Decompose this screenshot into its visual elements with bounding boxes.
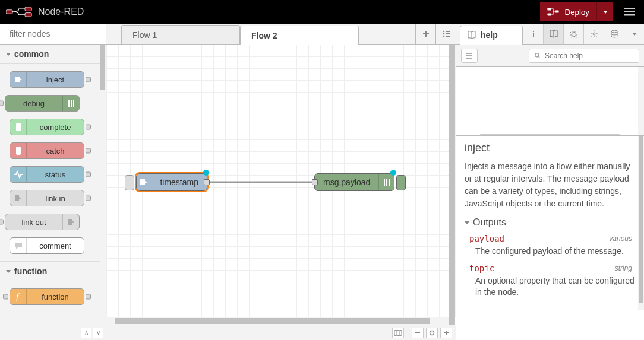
- flow-canvas[interactable]: timestamp msg.payload: [106, 45, 449, 317]
- palette-node-function[interactable]: f function: [10, 288, 84, 305]
- palette-node-link-in[interactable]: link in: [10, 190, 84, 206]
- help-search-input[interactable]: [545, 52, 634, 60]
- svg-rect-18: [446, 31, 450, 32]
- palette-expand-button[interactable]: ∨: [93, 328, 103, 338]
- database-icon: [610, 30, 618, 38]
- palette-node-status[interactable]: status: [10, 166, 84, 183]
- inject-trigger-button[interactable]: [125, 175, 134, 190]
- circle-icon: [429, 330, 435, 336]
- palette-node-label: comment: [27, 242, 84, 250]
- svg-point-17: [443, 31, 444, 33]
- node-port: [86, 172, 91, 177]
- flow-node-label: timestamp: [151, 177, 207, 187]
- help-toc-button[interactable]: [461, 49, 478, 63]
- palette-node-inject[interactable]: inject: [10, 71, 84, 88]
- tab-label: Flow 2: [251, 31, 277, 40]
- sidebar-tab-help[interactable]: help: [460, 26, 523, 45]
- help-content-scrollbar[interactable]: [638, 136, 644, 310]
- chevron-down-icon: [603, 11, 608, 14]
- svg-rect-15: [16, 147, 21, 155]
- svg-rect-12: [71, 100, 72, 107]
- tab-flow-2[interactable]: Flow 2: [240, 26, 359, 45]
- app-title: Node-RED: [38, 7, 84, 17]
- help-tree-scrollbar[interactable]: [638, 67, 644, 135]
- tab-flow-1[interactable]: Flow 1: [121, 25, 240, 44]
- palette-scrollbar[interactable]: [100, 45, 106, 325]
- canvas-container: timestamp msg.payload: [106, 45, 456, 325]
- add-tab-button[interactable]: [415, 24, 435, 44]
- chevron-down-icon: [6, 270, 11, 273]
- deploy-dropdown[interactable]: [596, 2, 613, 21]
- svg-point-31: [611, 30, 617, 33]
- chevron-down-icon: [632, 33, 637, 36]
- svg-rect-0: [6, 10, 12, 14]
- catch-icon: [10, 143, 27, 158]
- zoom-out-button[interactable]: [412, 328, 424, 338]
- list-icon: [442, 30, 450, 38]
- sidebar-btn-config[interactable]: [583, 24, 604, 44]
- palette-node-debug[interactable]: debug: [5, 95, 80, 112]
- palette-search[interactable]: [0, 24, 106, 45]
- flow-node-label: msg.payload: [315, 177, 378, 187]
- palette-category-common[interactable]: common: [0, 45, 100, 64]
- zoom-in-button[interactable]: [440, 328, 452, 338]
- sidebar-btn-debug[interactable]: [563, 24, 583, 44]
- palette-collapse-button[interactable]: ∧: [81, 328, 91, 338]
- svg-point-30: [593, 33, 595, 35]
- node-input-port[interactable]: [312, 179, 318, 185]
- node-port: [0, 101, 4, 106]
- palette-search-input[interactable]: [10, 29, 113, 39]
- flow-node-timestamp[interactable]: timestamp: [136, 173, 207, 191]
- navigator-button[interactable]: [392, 328, 404, 338]
- help-output-name: payloadvarious: [469, 234, 636, 243]
- help-search[interactable]: [529, 49, 639, 63]
- sidebar-btn-help[interactable]: [543, 24, 563, 44]
- zoom-reset-button[interactable]: [426, 328, 438, 338]
- help-output-desc: An optional property that can be configu…: [469, 273, 636, 304]
- palette-node-label: inject: [27, 75, 84, 84]
- palette-node-label: function: [27, 293, 84, 301]
- canvas-hscroll[interactable]: [106, 317, 449, 325]
- svg-rect-28: [533, 33, 534, 37]
- sidebar-btn-info[interactable]: [523, 24, 543, 44]
- plus-icon: [443, 330, 449, 336]
- palette-node-label: debug: [5, 99, 62, 108]
- svg-rect-14: [16, 123, 21, 131]
- sidebar-panel: help inj: [456, 24, 644, 340]
- complete-icon: [10, 119, 27, 135]
- node-output-port[interactable]: [204, 179, 210, 185]
- book-icon: [468, 31, 476, 39]
- palette-category-function[interactable]: function: [0, 261, 100, 281]
- debug-toggle-button[interactable]: [396, 175, 406, 190]
- workspace-tabs: Flow 1 Flow 2: [106, 24, 456, 45]
- canvas-vscroll[interactable]: [449, 45, 456, 317]
- palette-node-link-out[interactable]: link out: [5, 214, 80, 230]
- deploy-button[interactable]: Deploy: [540, 2, 597, 21]
- help-outputs-heading[interactable]: Outputs: [465, 217, 636, 228]
- palette-panel: common inject debug comple: [0, 24, 106, 340]
- palette-node-catch[interactable]: catch: [10, 142, 84, 159]
- svg-text:f: f: [16, 292, 20, 301]
- help-topic-tree[interactable]: [456, 67, 644, 136]
- flow-node-debug[interactable]: msg.payload: [314, 173, 394, 191]
- svg-point-32: [466, 53, 468, 54]
- sidebar-btn-more[interactable]: [624, 24, 644, 44]
- palette-node-label: link out: [5, 218, 62, 227]
- tab-list-button[interactable]: [435, 24, 456, 44]
- workspace: Flow 1 Flow 2 timestamp: [106, 24, 456, 340]
- svg-point-27: [532, 31, 533, 32]
- svg-rect-25: [389, 179, 390, 186]
- svg-point-29: [572, 32, 576, 37]
- list-icon: [466, 52, 473, 59]
- svg-rect-5: [555, 11, 558, 13]
- svg-point-26: [430, 331, 434, 335]
- palette-node-complete[interactable]: complete: [10, 119, 84, 135]
- sidebar-btn-context[interactable]: [604, 24, 624, 44]
- svg-rect-7: [624, 11, 635, 13]
- svg-point-38: [535, 53, 539, 56]
- link-out-icon: [62, 214, 79, 230]
- link-in-icon: [10, 190, 27, 206]
- main-menu-button[interactable]: [621, 7, 638, 17]
- node-port: [0, 220, 4, 225]
- palette-node-comment[interactable]: comment: [10, 237, 84, 254]
